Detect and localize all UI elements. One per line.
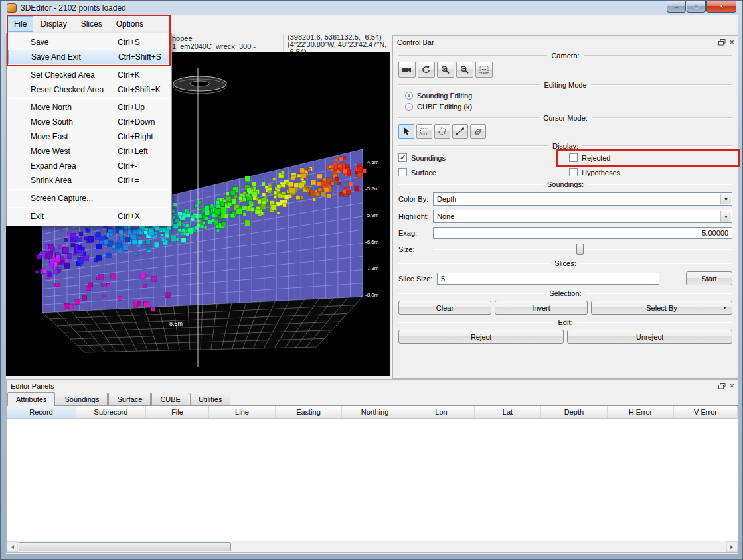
display-checkbox-rejected[interactable]: Rejected <box>569 153 732 162</box>
color-by-value: Depth <box>437 195 456 203</box>
menu-separator <box>9 66 169 66</box>
camera-view-button[interactable] <box>398 62 416 78</box>
tab-cube[interactable]: CUBE <box>151 393 189 405</box>
exag-input[interactable]: 5.00000 <box>433 227 732 239</box>
editor-panels-header[interactable]: Editor Panels × <box>7 380 738 392</box>
reject-button[interactable]: Reject <box>398 330 564 344</box>
select-by-button[interactable]: Select By ▼ <box>591 301 732 315</box>
menu-file[interactable]: File <box>7 16 33 32</box>
menu-item-label: Exit <box>31 212 118 221</box>
section-editing-mode: Editing Mode <box>398 81 732 89</box>
menu-item-move-east[interactable]: Move East Ctrl+Right <box>7 129 171 144</box>
menu-item-exit[interactable]: Exit Ctrl+X <box>7 209 171 224</box>
control-bar-header[interactable]: Control Bar × <box>393 36 738 48</box>
minimize-button[interactable]: – <box>667 1 686 13</box>
lasso-select-button[interactable] <box>434 124 450 139</box>
radio-selected-icon <box>405 92 413 100</box>
menu-options[interactable]: Options <box>110 16 150 32</box>
pick-cursor-button[interactable] <box>398 124 414 139</box>
column-header-lon[interactable]: Lon <box>408 406 475 418</box>
plane-select-button[interactable] <box>470 124 486 139</box>
highlight-dropdown[interactable]: None ▼ <box>433 210 732 223</box>
attributes-table-body[interactable] <box>7 419 738 541</box>
menu-item-move-south[interactable]: Move South Ctrl+Down <box>7 115 171 129</box>
display-checkbox-hypotheses[interactable]: Hypotheses <box>569 168 732 176</box>
slice-size-value: 5 <box>441 275 445 283</box>
menu-item-set-checked-area[interactable]: Set Checked Area Ctrl+K <box>7 68 171 82</box>
section-display: Display: <box>398 142 732 150</box>
rotate-view-button[interactable] <box>418 62 435 78</box>
column-header-line[interactable]: Line <box>209 406 276 418</box>
column-header-h-error[interactable]: H Error <box>608 406 674 418</box>
horizontal-scrollbar[interactable]: ◄ ► <box>7 541 738 552</box>
chevron-down-icon: ▼ <box>720 194 731 204</box>
menu-item-screen-capture[interactable]: Screen Capture... <box>7 191 171 206</box>
menu-item-move-west[interactable]: Move West Ctrl+Left <box>7 144 171 159</box>
menu-item-move-north[interactable]: Move North Ctrl+Up <box>7 100 171 115</box>
menu-item-shortcut: Ctrl+S <box>118 38 140 47</box>
tab-utilities[interactable]: Utilities <box>190 393 230 405</box>
scrollbar-thumb[interactable] <box>19 542 231 551</box>
section-cursor-mode: Cursor Mode: <box>398 114 732 122</box>
attributes-table-header: Record Subrecord File Line Easting North… <box>7 406 738 419</box>
zoom-extents-button[interactable] <box>475 62 493 78</box>
column-header-file[interactable]: File <box>146 406 209 418</box>
radio-cube-editing[interactable]: CUBE Editing (k) <box>405 103 732 111</box>
float-panel-icon[interactable] <box>718 383 726 389</box>
line-select-button[interactable] <box>452 124 468 139</box>
menu-item-expand-area[interactable]: Expand Area Ctrl+- <box>7 159 171 173</box>
scroll-right-icon[interactable]: ► <box>726 541 738 552</box>
maximize-button[interactable]: □ <box>687 1 706 13</box>
control-bar-title: Control Bar <box>397 38 434 46</box>
menu-item-save[interactable]: Save Ctrl+S <box>7 35 171 50</box>
unreject-button[interactable]: Unreject <box>567 330 732 344</box>
control-bar-panel: Control Bar × Camera: <box>392 35 738 379</box>
display-checkbox-soundings[interactable]: ✓ Soundings <box>398 153 569 162</box>
close-panel-icon[interactable]: × <box>729 38 734 46</box>
menu-item-shrink-area[interactable]: Shrink Area Ctrl+= <box>7 173 171 188</box>
menu-slices[interactable]: Slices <box>74 16 109 32</box>
display-checkbox-surface[interactable]: Surface <box>398 168 569 176</box>
svg-text:-5.2m: -5.2m <box>365 186 379 192</box>
tab-soundings[interactable]: Soundings <box>56 393 108 405</box>
column-header-easting[interactable]: Easting <box>276 406 342 418</box>
float-panel-icon[interactable] <box>718 39 726 46</box>
start-button[interactable]: Start <box>686 271 732 285</box>
section-camera: Camera: <box>398 52 732 60</box>
slice-size-input[interactable]: 5 <box>437 273 659 285</box>
checkbox-label: Hypotheses <box>582 169 620 176</box>
slider-thumb[interactable] <box>576 244 584 255</box>
zoom-in-button[interactable] <box>437 62 454 78</box>
rect-select-button[interactable] <box>416 124 432 139</box>
column-header-depth[interactable]: Depth <box>541 406 608 418</box>
zoom-out-button[interactable] <box>456 62 473 78</box>
size-slider[interactable] <box>433 243 732 255</box>
highlight-value: None <box>437 212 454 220</box>
column-header-subrecord[interactable]: Subrecord <box>76 406 146 418</box>
menubar: File Display Slices Options <box>6 15 738 33</box>
clear-button[interactable]: Clear <box>398 301 491 315</box>
slice-size-label: Slice Size: <box>398 275 437 283</box>
line-select-icon <box>455 127 465 136</box>
scroll-left-icon[interactable]: ◄ <box>7 541 18 552</box>
menu-item-save-and-exit[interactable]: Save And Exit Ctrl+Shift+S <box>8 50 170 64</box>
camera-toolbar <box>398 62 732 78</box>
column-header-lat[interactable]: Lat <box>475 406 541 418</box>
exag-value: 5.00000 <box>702 229 728 237</box>
column-header-northing[interactable]: Northing <box>342 406 408 418</box>
menu-item-shortcut: Ctrl+Up <box>118 103 145 112</box>
app-window: 3DEditor - 2102 points loaded – □ × File… <box>0 0 743 560</box>
radio-sounding-editing[interactable]: Sounding Editing <box>405 92 732 100</box>
invert-button[interactable]: Invert <box>495 301 588 315</box>
close-button[interactable]: × <box>706 1 736 13</box>
tab-surface[interactable]: Surface <box>108 393 151 405</box>
color-by-dropdown[interactable]: Depth ▼ <box>433 192 732 206</box>
tab-attributes[interactable]: Attributes <box>7 392 55 406</box>
menu-item-reset-checked-area[interactable]: Reset Checked Area Ctrl+Shift+K <box>7 82 171 97</box>
titlebar[interactable]: 3DEditor - 2102 points loaded – □ × <box>1 1 742 15</box>
column-header-record[interactable]: Record <box>7 406 76 418</box>
column-header-v-error[interactable]: V Error <box>674 406 738 418</box>
close-panel-icon[interactable]: × <box>729 382 734 389</box>
menu-item-label: Move West <box>31 147 118 156</box>
menu-display[interactable]: Display <box>34 16 73 32</box>
